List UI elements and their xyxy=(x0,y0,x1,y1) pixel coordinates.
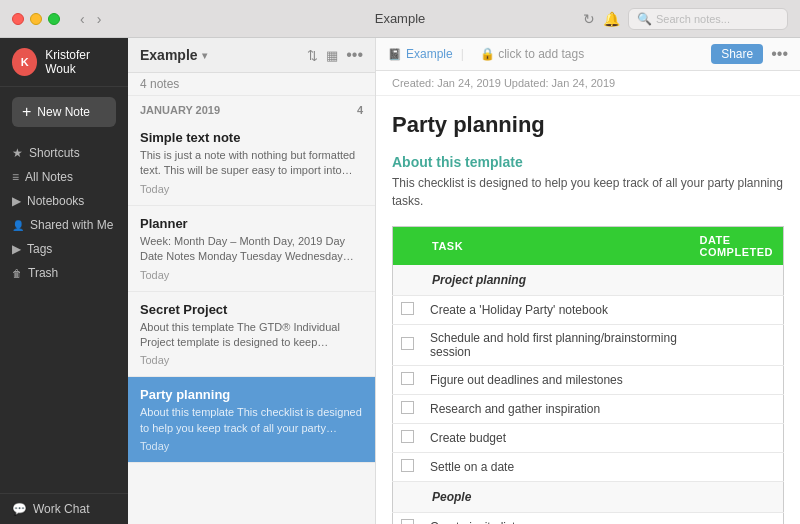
task-date xyxy=(689,395,783,424)
lock-icon: 🔒 xyxy=(480,47,495,61)
note-item-date: Today xyxy=(140,354,363,366)
work-chat-label: Work Chat xyxy=(33,502,89,516)
nav-arrows: ‹ › xyxy=(76,9,105,29)
checkbox[interactable] xyxy=(401,372,414,385)
all-notes-label: All Notes xyxy=(25,170,73,184)
task-check[interactable] xyxy=(393,325,423,366)
note-item-title: Secret Project xyxy=(140,302,363,317)
bell-icon[interactable]: 🔔 xyxy=(603,11,620,27)
task-label: Settle on a date xyxy=(422,453,689,482)
tag-area[interactable]: 🔒 click to add tags xyxy=(480,47,584,61)
task-table: TASK DATE COMPLETED Project planning Cre… xyxy=(392,226,784,524)
checkbox[interactable] xyxy=(401,401,414,414)
notes-list-actions: ⇅ ▦ ••• xyxy=(307,46,363,64)
note-item-date: Today xyxy=(140,183,363,195)
table-row: Schedule and hold first planning/brainst… xyxy=(393,325,784,366)
back-button[interactable]: ‹ xyxy=(76,9,89,29)
note-item[interactable]: Secret Project About this template The G… xyxy=(128,292,375,378)
new-note-button[interactable]: + New Note xyxy=(12,97,116,127)
note-body[interactable]: Party planning About this template This … xyxy=(376,96,800,524)
sidebar-item-trash[interactable]: 🗑 Trash xyxy=(0,261,128,285)
maximize-button[interactable] xyxy=(48,13,60,25)
task-table-body: Project planning Create a 'Holiday Party… xyxy=(393,265,784,524)
title-bar: ‹ › Example ↻ 🔔 🔍 Search notes... xyxy=(0,0,800,38)
task-date xyxy=(689,453,783,482)
shortcuts-icon: ★ xyxy=(12,146,23,160)
checkbox[interactable] xyxy=(401,337,414,350)
table-row: Create a 'Holiday Party' notebook xyxy=(393,296,784,325)
checkbox[interactable] xyxy=(401,302,414,315)
shared-label: Shared with Me xyxy=(30,218,113,232)
sidebar-item-all-notes[interactable]: ≡ All Notes xyxy=(0,165,128,189)
task-date xyxy=(689,366,783,395)
more-options-icon[interactable]: ••• xyxy=(346,46,363,64)
note-count: 4 notes xyxy=(128,73,375,96)
task-date xyxy=(689,296,783,325)
note-item[interactable]: Party planning About this template This … xyxy=(128,377,375,463)
trash-label: Trash xyxy=(28,266,58,280)
forward-button[interactable]: › xyxy=(93,9,106,29)
note-content: 📓 Example | 🔒 click to add tags Share ••… xyxy=(376,38,800,524)
notebook-title: Example ▾ xyxy=(140,47,307,63)
breadcrumb-label: Example xyxy=(406,47,453,61)
note-title: Party planning xyxy=(392,112,784,138)
share-button[interactable]: Share xyxy=(711,44,763,64)
minimize-button[interactable] xyxy=(30,13,42,25)
search-icon: 🔍 xyxy=(637,12,652,26)
notes-list: Example ▾ ⇅ ▦ ••• 4 notes JANUARY 2019 4… xyxy=(128,38,376,524)
note-item-preview: About this template The GTD® Individual … xyxy=(140,320,363,351)
sidebar-item-shared-with-me[interactable]: 👤 Shared with Me xyxy=(0,213,128,237)
new-note-label: New Note xyxy=(37,105,90,119)
search-box[interactable]: 🔍 Search notes... xyxy=(628,8,788,30)
user-name: Kristofer Wouk xyxy=(45,48,116,76)
task-label: Schedule and hold first planning/brainst… xyxy=(422,325,689,366)
note-item-title: Simple text note xyxy=(140,130,363,145)
more-button[interactable]: ••• xyxy=(771,45,788,63)
sidebar-footer: 💬 Work Chat xyxy=(0,493,128,524)
checkbox[interactable] xyxy=(401,519,414,524)
task-date xyxy=(689,424,783,453)
chat-icon: 💬 xyxy=(12,502,27,516)
shared-icon: 👤 xyxy=(12,220,24,231)
close-button[interactable] xyxy=(12,13,24,25)
task-check[interactable] xyxy=(393,424,423,453)
note-item-preview: About this template This checklist is de… xyxy=(140,405,363,436)
sidebar-header: K Kristofer Wouk xyxy=(0,38,128,87)
table-row: Create budget xyxy=(393,424,784,453)
note-item[interactable]: Planner Week: Month Day – Month Day, 201… xyxy=(128,206,375,292)
note-item-date: Today xyxy=(140,440,363,452)
sidebar-item-tags[interactable]: ▶ Tags xyxy=(0,237,128,261)
note-item-title: Planner xyxy=(140,216,363,231)
sort-icon[interactable]: ⇅ xyxy=(307,48,318,63)
task-check[interactable] xyxy=(393,296,423,325)
traffic-lights xyxy=(12,13,60,25)
grid-view-icon[interactable]: ▦ xyxy=(326,48,338,63)
breadcrumb[interactable]: 📓 Example xyxy=(388,47,453,61)
note-item-preview: This is just a note with nothing but for… xyxy=(140,148,363,179)
checkbox[interactable] xyxy=(401,459,414,472)
task-check[interactable] xyxy=(393,513,423,525)
sidebar-nav: ★ Shortcuts ≡ All Notes ▶ Notebooks 👤 Sh… xyxy=(0,137,128,493)
task-check[interactable] xyxy=(393,453,423,482)
sync-icon[interactable]: ↻ xyxy=(583,11,595,27)
table-row: Settle on a date xyxy=(393,453,784,482)
task-label: Create invite list xyxy=(422,513,689,525)
note-meta: Created: Jan 24, 2019 Updated: Jan 24, 2… xyxy=(376,71,800,96)
task-check[interactable] xyxy=(393,395,423,424)
month-header: JANUARY 2019 4 xyxy=(128,96,375,120)
notes-scroll[interactable]: JANUARY 2019 4 Simple text note This is … xyxy=(128,96,375,524)
shortcuts-label: Shortcuts xyxy=(29,146,80,160)
sidebar-item-notebooks[interactable]: ▶ Notebooks xyxy=(0,189,128,213)
work-chat-button[interactable]: 💬 Work Chat xyxy=(12,502,116,516)
checkbox[interactable] xyxy=(401,430,414,443)
sidebar-item-shortcuts[interactable]: ★ Shortcuts xyxy=(0,141,128,165)
section-name: People xyxy=(422,482,784,513)
notebooks-label: Notebooks xyxy=(27,194,84,208)
task-check[interactable] xyxy=(393,366,423,395)
breadcrumb-separator: | xyxy=(461,47,464,61)
note-item[interactable]: Simple text note This is just a note wit… xyxy=(128,120,375,206)
trash-icon: 🗑 xyxy=(12,268,22,279)
notes-list-header: Example ▾ ⇅ ▦ ••• xyxy=(128,38,375,73)
chevron-down-icon: ▾ xyxy=(202,50,207,61)
table-row: Research and gather inspiration xyxy=(393,395,784,424)
